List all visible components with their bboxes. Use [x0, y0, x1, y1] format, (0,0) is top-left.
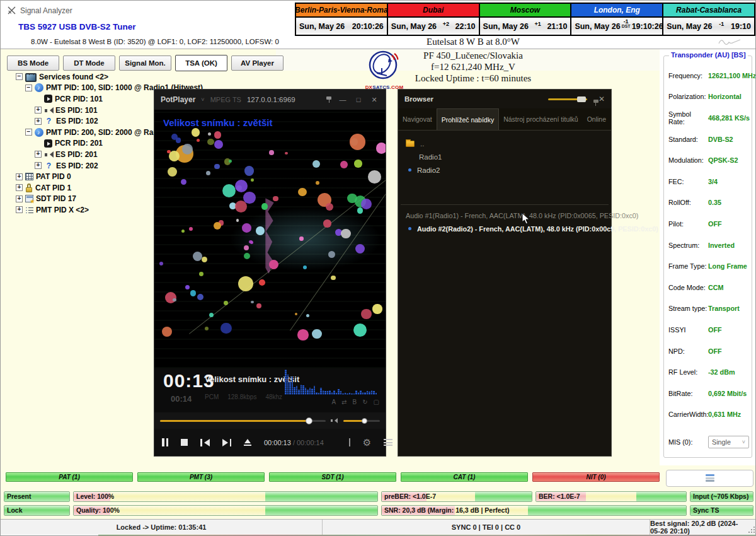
tp-row-mis: MIS (0): Single˅ [668, 431, 749, 453]
clock-time: 21:10 [547, 22, 567, 31]
expander-icon[interactable] [35, 162, 42, 169]
table-icon [25, 173, 33, 180]
clock-date: Sun, May 26 [299, 22, 345, 31]
clock-london: London, Eng Sun, May 26-1DST19:10:26 [570, 4, 662, 35]
expander-icon[interactable] [16, 206, 23, 213]
expander-icon[interactable] [35, 118, 42, 125]
tuner-detail: 8.0W - Eutelsat 8 West B (ID: 3520) @ LO… [31, 35, 279, 47]
question-icon [44, 117, 54, 126]
tp-row-spectrum: Spectrum:Inverted [668, 235, 749, 256]
pin-icon[interactable] [326, 96, 332, 103]
close-icon[interactable]: ✕ [598, 95, 605, 103]
tab-signal-mon[interactable]: Signal Mon. [119, 55, 171, 71]
list-item-radio2[interactable]: Radio2 [398, 163, 611, 177]
expander-icon[interactable] [35, 151, 42, 158]
codec-info: PCM 128.8kbps 48khz [205, 393, 282, 400]
eject-button[interactable] [244, 439, 251, 446]
audio-note-icon [35, 83, 43, 92]
mouse-cursor [522, 213, 530, 225]
selected-bullet-icon [408, 227, 411, 230]
tab-online[interactable]: Online [583, 108, 610, 130]
clock-city-label: Dubai [388, 4, 479, 18]
drive-icon [706, 474, 714, 482]
opacity-slider-thumb[interactable] [577, 96, 586, 102]
volume-slider[interactable] [343, 420, 380, 422]
tab-navigate[interactable]: Navigovat [398, 108, 437, 130]
playback-info-panel: 00:13 00:14 Velikost snímku : zvětšit PC… [154, 368, 386, 412]
volume-icon[interactable] [331, 417, 338, 424]
maximize-button[interactable]: □ [353, 96, 364, 103]
stop-button[interactable] [181, 439, 188, 446]
level-bar: Level: 100% [73, 491, 378, 502]
status-sync-counters: SYNC 0 | TEI 0 | CC 0 [322, 520, 650, 535]
clock-date: Sun, May 26 [667, 22, 712, 31]
expander-icon[interactable] [16, 73, 23, 80]
clock-date: Sun, May 26 [391, 22, 437, 31]
seek-bar[interactable] [160, 420, 326, 422]
speaker-icon [44, 150, 53, 159]
list-item-radio1[interactable]: Radio1 [398, 150, 611, 163]
potplayer-titlebar[interactable]: PotPlayer ˅ MPEG TS 127.0.0.1:6969 — □ ✕ [154, 90, 386, 110]
uptime-header: Locked Uptime : t=60 minutes [290, 73, 656, 84]
samplerate-label: 48khz [265, 393, 282, 400]
opacity-slider[interactable] [548, 98, 587, 100]
potplayer-app-name[interactable]: PotPlayer [161, 95, 195, 104]
repeat-icon[interactable]: ↻ [362, 399, 367, 405]
lock-icon [25, 184, 33, 192]
clock-time: 19:10:26 [632, 22, 663, 31]
browser-titlebar[interactable]: Browser ✕ [398, 90, 611, 108]
window-titlebar: Signal Analyzer [7, 6, 72, 15]
expander-icon[interactable] [16, 184, 23, 191]
audio-spectrum [285, 372, 381, 395]
tab-menu-browser[interactable]: Prohlížeč nabídky [437, 108, 499, 130]
clock-moscow: Moscow Sun, May 26+121:10 [479, 4, 571, 35]
mis-select[interactable]: Single˅ [708, 436, 749, 448]
tab-bs-mode[interactable]: BS Mode [7, 55, 59, 71]
previous-button[interactable] [200, 439, 210, 446]
tab-tsa[interactable]: TSA (OK) [175, 55, 227, 71]
next-button[interactable] [222, 439, 232, 446]
pcr-clock-icon [44, 139, 52, 148]
expand-icon[interactable]: ▢ [374, 399, 379, 405]
expander-icon[interactable] [35, 107, 42, 114]
record-box[interactable] [666, 470, 753, 487]
marker-a-icon[interactable]: A [331, 399, 336, 405]
video-area[interactable]: Velikost snímku : zvětšit [154, 110, 386, 368]
gear-icon[interactable]: ⚙ [363, 437, 371, 448]
audio-track-1[interactable]: Audio #1(Radio1) - French, AAC(LATM), 48… [398, 209, 611, 222]
minimize-button[interactable]: — [338, 96, 348, 103]
audio-track-2[interactable]: Audio #2(Radio2) - French, AAC(LATM), 48… [398, 222, 611, 235]
swap-icon[interactable]: ⇄ [341, 399, 346, 405]
clock-dubai: Dubai Sun, May 26+222:10 [387, 4, 479, 35]
expander-icon[interactable] [16, 173, 23, 180]
sync-indicator: Sync TS [690, 505, 753, 516]
resize-grip[interactable] [748, 526, 755, 533]
clock-time: 19:10 [731, 22, 751, 31]
tp-row-carrierwidth: CarrierWidth:0,631 MHz [668, 404, 749, 426]
pmt-table-bar: PMT (3) [137, 472, 265, 482]
clock-berlin: Berlin-Paris-Vienna-Roma Sun, May 2620:1… [296, 4, 387, 35]
playlist-icon[interactable] [349, 438, 350, 446]
tab-dt-mode[interactable]: DT Mode [63, 55, 115, 71]
expander-icon[interactable] [16, 195, 23, 202]
lock-indicator: Lock [4, 505, 70, 516]
close-button[interactable]: ✕ [369, 96, 379, 104]
marker-b-icon[interactable]: B [352, 399, 357, 405]
expander-icon[interactable] [25, 84, 32, 91]
clock-city-label: Rabat-Casablanca [663, 4, 754, 18]
menu-icon[interactable] [384, 438, 392, 448]
time-display: 00:00:13 / 00:00:14 [264, 439, 324, 446]
list-item-parent[interactable]: .. [398, 137, 611, 150]
volume-thumb[interactable] [362, 418, 367, 424]
tab-subtitle-browser[interactable]: Nástroj procházení titulků [499, 108, 582, 130]
pcr-clock-icon [44, 95, 52, 103]
transponder-groupbox: Transponder (AU) [BS] Frequency:12621,10… [663, 55, 752, 458]
tab-av-player[interactable]: AV Player [231, 55, 284, 71]
tp-row-rf-level: RF Level:-32 dBm [668, 361, 749, 383]
video-osd-text: Velikost snímku : zvětšit [163, 117, 272, 128]
tree-item-services[interactable]: Services found <2> [6, 71, 270, 83]
expander-icon[interactable] [25, 129, 32, 136]
pause-button[interactable] [162, 438, 168, 446]
ber-bar: BER: <1.0E-7 [536, 491, 687, 502]
seek-thumb[interactable] [306, 417, 312, 424]
